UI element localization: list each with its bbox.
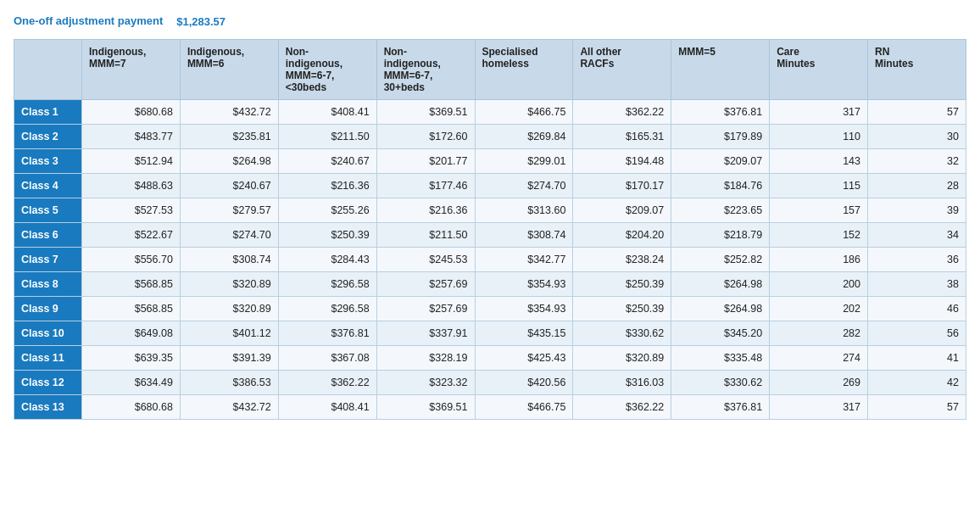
row-cell: 152 [770, 223, 868, 248]
row-cell: $323.32 [376, 371, 475, 395]
row-cell: $296.58 [278, 297, 376, 321]
row-class-label: Class 11 [14, 346, 82, 371]
row-cell: $216.36 [278, 174, 376, 198]
row-cell: $425.43 [475, 346, 573, 371]
row-cell: 157 [770, 198, 868, 223]
row-cell: $376.81 [671, 100, 770, 125]
row-cell: $408.41 [278, 395, 376, 420]
row-cell: $556.70 [82, 248, 181, 272]
row-cell: $170.17 [573, 174, 671, 198]
col-header-indigenous-mmm6: Indigenous,MMM=6 [180, 40, 278, 100]
row-class-label: Class 8 [14, 272, 82, 297]
table-row: Class 6$522.67$274.70$250.39$211.50$308.… [14, 223, 966, 248]
row-cell: $179.89 [671, 125, 770, 149]
row-cell: $680.68 [82, 100, 181, 125]
row-cell: $335.48 [671, 346, 770, 371]
row-class-label: Class 5 [14, 198, 82, 223]
row-cell: $313.60 [475, 198, 573, 223]
row-cell: $218.79 [671, 223, 770, 248]
table-row: Class 2$483.77$235.81$211.50$172.60$269.… [14, 125, 966, 149]
row-cell: 317 [770, 395, 868, 420]
row-cell: $172.60 [376, 125, 475, 149]
row-class-label: Class 6 [14, 223, 82, 248]
row-cell: $420.56 [475, 371, 573, 395]
row-cell: $342.77 [475, 248, 573, 272]
row-cell: $223.65 [671, 198, 770, 223]
header-label: One-off adjustment payment [14, 14, 163, 29]
row-cell: $488.63 [82, 174, 181, 198]
row-class-label: Class 7 [14, 248, 82, 272]
row-cell: $522.67 [82, 223, 181, 248]
col-header-rn-minutes: RNMinutes [868, 40, 966, 100]
row-class-label: Class 3 [14, 149, 82, 174]
row-cell: 57 [868, 395, 966, 420]
row-cell: 200 [770, 272, 868, 297]
row-cell: $250.39 [573, 297, 671, 321]
row-class-label: Class 4 [14, 174, 82, 198]
header-value: $1,283.57 [176, 14, 226, 28]
row-class-label: Class 2 [14, 125, 82, 149]
row-cell: $466.75 [475, 395, 573, 420]
row-cell: $320.89 [180, 272, 278, 297]
table-row: Class 4$488.63$240.67$216.36$177.46$274.… [14, 174, 966, 198]
row-cell: $274.70 [180, 223, 278, 248]
row-cell: $483.77 [82, 125, 181, 149]
row-cell: $279.57 [180, 198, 278, 223]
row-cell: $649.08 [82, 321, 181, 346]
row-cell: 202 [770, 297, 868, 321]
col-header-non-indigenous-lt30: Non-indigenous,MMM=6-7,<30beds [278, 40, 376, 100]
row-cell: $328.19 [376, 346, 475, 371]
table-row: Class 1$680.68$432.72$408.41$369.51$466.… [14, 100, 966, 125]
row-cell: 30 [868, 125, 966, 149]
row-cell: $527.53 [82, 198, 181, 223]
row-cell: 28 [868, 174, 966, 198]
row-cell: $568.85 [82, 297, 181, 321]
row-cell: $330.62 [573, 321, 671, 346]
row-cell: $354.93 [475, 272, 573, 297]
row-cell: $250.39 [278, 223, 376, 248]
row-cell: $204.20 [573, 223, 671, 248]
table-row: Class 7$556.70$308.74$284.43$245.53$342.… [14, 248, 966, 272]
col-header-non-indigenous-gt30: Non-indigenous,MMM=6-7,30+beds [376, 40, 475, 100]
row-cell: 274 [770, 346, 868, 371]
row-cell: 56 [868, 321, 966, 346]
table-row: Class 11$639.35$391.39$367.08$328.19$425… [14, 346, 966, 371]
row-cell: $184.76 [671, 174, 770, 198]
row-cell: $639.35 [82, 346, 181, 371]
row-cell: $432.72 [180, 395, 278, 420]
row-cell: $308.74 [180, 248, 278, 272]
row-cell: $367.08 [278, 346, 376, 371]
row-cell: 39 [868, 198, 966, 223]
col-header-specialised-homeless: Specialisedhomeless [475, 40, 573, 100]
row-cell: 269 [770, 371, 868, 395]
row-cell: $512.94 [82, 149, 181, 174]
row-cell: $320.89 [573, 346, 671, 371]
row-cell: $362.22 [573, 100, 671, 125]
col-header-care-minutes: CareMinutes [770, 40, 868, 100]
col-header-indigenous-mmm7: Indigenous,MMM=7 [82, 40, 181, 100]
row-cell: 34 [868, 223, 966, 248]
row-cell: $466.75 [475, 100, 573, 125]
row-cell: $408.41 [278, 100, 376, 125]
row-cell: $269.84 [475, 125, 573, 149]
row-cell: $257.69 [376, 272, 475, 297]
row-cell: $345.20 [671, 321, 770, 346]
row-cell: $386.53 [180, 371, 278, 395]
row-cell: $264.98 [671, 272, 770, 297]
row-cell: $376.81 [671, 395, 770, 420]
row-class-label: Class 9 [14, 297, 82, 321]
row-cell: $240.67 [278, 149, 376, 174]
row-cell: $255.26 [278, 198, 376, 223]
row-cell: $250.39 [573, 272, 671, 297]
row-cell: $362.22 [278, 371, 376, 395]
row-class-label: Class 12 [14, 371, 82, 395]
main-table: Indigenous,MMM=7 Indigenous,MMM=6 Non-in… [14, 39, 966, 420]
row-cell: $257.69 [376, 297, 475, 321]
col-header-class [14, 40, 82, 100]
row-cell: 317 [770, 100, 868, 125]
col-header-mmm5: MMM=5 [671, 40, 770, 100]
row-cell: $245.53 [376, 248, 475, 272]
row-cell: 186 [770, 248, 868, 272]
row-cell: $369.51 [376, 100, 475, 125]
row-cell: $209.07 [671, 149, 770, 174]
